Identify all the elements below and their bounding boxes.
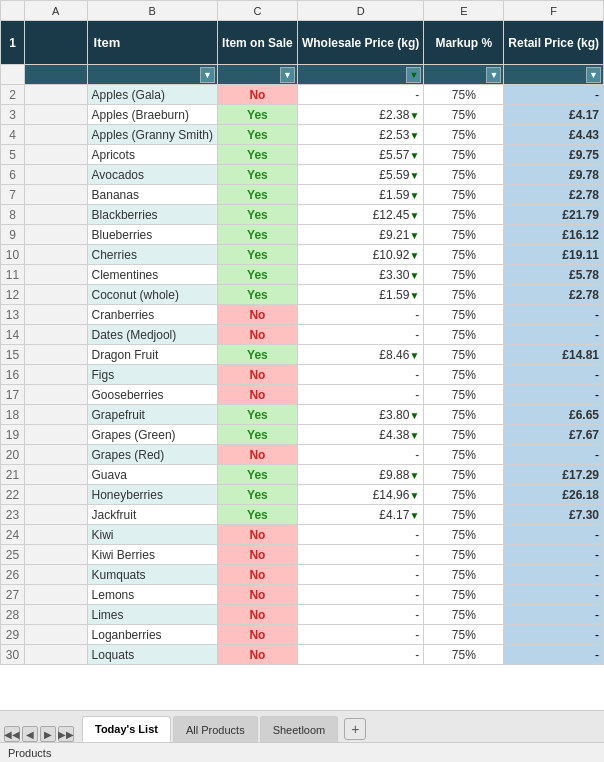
cell-retail[interactable]: -	[504, 365, 604, 385]
cell-markup[interactable]: 75%	[424, 625, 504, 645]
cell-sale[interactable]: No	[217, 325, 297, 345]
cell-item[interactable]: Blackberries	[87, 205, 217, 225]
cell-wholesale[interactable]: £5.59▼	[297, 165, 423, 185]
cell-retail[interactable]: £9.78	[504, 165, 604, 185]
cell-markup[interactable]: 75%	[424, 505, 504, 525]
cell-retail[interactable]: £26.18	[504, 485, 604, 505]
cell-item[interactable]: Dragon Fruit	[87, 345, 217, 365]
cell-wholesale[interactable]: -	[297, 625, 423, 645]
cell-retail[interactable]: £2.78	[504, 185, 604, 205]
col-header-E[interactable]: E	[424, 1, 504, 21]
filter-col-e[interactable]: ▼	[424, 65, 504, 85]
cell-sale[interactable]: No	[217, 85, 297, 105]
cell-markup[interactable]: 75%	[424, 645, 504, 665]
cell-retail[interactable]: £4.43	[504, 125, 604, 145]
cell-item[interactable]: Coconut (whole)	[87, 285, 217, 305]
cell-markup[interactable]: 75%	[424, 145, 504, 165]
cell-retail[interactable]: -	[504, 645, 604, 665]
cell-sale[interactable]: No	[217, 545, 297, 565]
cell-retail[interactable]: -	[504, 325, 604, 345]
cell-markup[interactable]: 75%	[424, 485, 504, 505]
cell-item[interactable]: Kiwi	[87, 525, 217, 545]
filter-col-d[interactable]: ▼	[297, 65, 423, 85]
cell-markup[interactable]: 75%	[424, 405, 504, 425]
cell-item[interactable]: Apples (Granny Smith)	[87, 125, 217, 145]
cell-sale[interactable]: Yes	[217, 225, 297, 245]
filter-item-btn[interactable]: ▼	[200, 67, 215, 83]
cell-wholesale[interactable]: £2.38▼	[297, 105, 423, 125]
tab-nav-prev[interactable]: ◀	[22, 726, 38, 742]
cell-item[interactable]: Bananas	[87, 185, 217, 205]
cell-wholesale[interactable]: £4.17▼	[297, 505, 423, 525]
cell-item[interactable]: Gooseberries	[87, 385, 217, 405]
cell-wholesale[interactable]: -	[297, 305, 423, 325]
cell-item[interactable]: Dates (Medjool)	[87, 325, 217, 345]
cell-sale[interactable]: Yes	[217, 425, 297, 445]
filter-col-b[interactable]: ▼	[87, 65, 217, 85]
cell-markup[interactable]: 75%	[424, 525, 504, 545]
cell-retail[interactable]: -	[504, 625, 604, 645]
col-header-B[interactable]: B	[87, 1, 217, 21]
cell-item[interactable]: Clementines	[87, 265, 217, 285]
cell-markup[interactable]: 75%	[424, 325, 504, 345]
cell-wholesale[interactable]: £8.46▼	[297, 345, 423, 365]
cell-sale[interactable]: No	[217, 385, 297, 405]
cell-wholesale[interactable]: £9.21▼	[297, 225, 423, 245]
cell-markup[interactable]: 75%	[424, 245, 504, 265]
cell-wholesale[interactable]: £10.92▼	[297, 245, 423, 265]
cell-retail[interactable]: £6.65	[504, 405, 604, 425]
cell-markup[interactable]: 75%	[424, 105, 504, 125]
cell-wholesale[interactable]: £1.59▼	[297, 285, 423, 305]
cell-wholesale[interactable]: -	[297, 545, 423, 565]
cell-retail[interactable]: -	[504, 605, 604, 625]
filter-retail-btn[interactable]: ▼	[586, 67, 601, 83]
cell-retail[interactable]: £14.81	[504, 345, 604, 365]
cell-item[interactable]: Kumquats	[87, 565, 217, 585]
filter-sale-btn[interactable]: ▼	[280, 67, 295, 83]
cell-item[interactable]: Grapes (Green)	[87, 425, 217, 445]
cell-markup[interactable]: 75%	[424, 205, 504, 225]
cell-sale[interactable]: Yes	[217, 245, 297, 265]
cell-sale[interactable]: Yes	[217, 345, 297, 365]
cell-markup[interactable]: 75%	[424, 285, 504, 305]
cell-sale[interactable]: Yes	[217, 505, 297, 525]
cell-item[interactable]: Jackfruit	[87, 505, 217, 525]
cell-wholesale[interactable]: -	[297, 325, 423, 345]
cell-sale[interactable]: No	[217, 445, 297, 465]
cell-retail[interactable]: £9.75	[504, 145, 604, 165]
tab-add-button[interactable]: +	[344, 718, 366, 740]
cell-markup[interactable]: 75%	[424, 225, 504, 245]
cell-item[interactable]: Apples (Gala)	[87, 85, 217, 105]
filter-col-c[interactable]: ▼	[217, 65, 297, 85]
cell-sale[interactable]: Yes	[217, 485, 297, 505]
cell-sale[interactable]: No	[217, 605, 297, 625]
cell-item[interactable]: Apples (Braeburn)	[87, 105, 217, 125]
cell-item[interactable]: Lemons	[87, 585, 217, 605]
cell-markup[interactable]: 75%	[424, 165, 504, 185]
cell-retail[interactable]: -	[504, 305, 604, 325]
cell-item[interactable]: Honeyberries	[87, 485, 217, 505]
cell-sale[interactable]: No	[217, 305, 297, 325]
cell-retail[interactable]: -	[504, 385, 604, 405]
cell-markup[interactable]: 75%	[424, 605, 504, 625]
col-header-F[interactable]: F	[504, 1, 604, 21]
cell-sale[interactable]: Yes	[217, 145, 297, 165]
cell-markup[interactable]: 75%	[424, 385, 504, 405]
cell-wholesale[interactable]: -	[297, 385, 423, 405]
cell-sale[interactable]: Yes	[217, 185, 297, 205]
cell-sale[interactable]: No	[217, 525, 297, 545]
tab-nav-next[interactable]: ▶	[40, 726, 56, 742]
cell-item[interactable]: Figs	[87, 365, 217, 385]
cell-wholesale[interactable]: £4.38▼	[297, 425, 423, 445]
cell-wholesale[interactable]: £1.59▼	[297, 185, 423, 205]
cell-wholesale[interactable]: -	[297, 565, 423, 585]
cell-sale[interactable]: Yes	[217, 265, 297, 285]
cell-sale[interactable]: Yes	[217, 465, 297, 485]
cell-wholesale[interactable]: -	[297, 85, 423, 105]
tab-nav-first[interactable]: ◀◀	[4, 726, 20, 742]
cell-markup[interactable]: 75%	[424, 185, 504, 205]
cell-item[interactable]: Grapes (Red)	[87, 445, 217, 465]
cell-markup[interactable]: 75%	[424, 85, 504, 105]
cell-markup[interactable]: 75%	[424, 365, 504, 385]
cell-wholesale[interactable]: £5.57▼	[297, 145, 423, 165]
